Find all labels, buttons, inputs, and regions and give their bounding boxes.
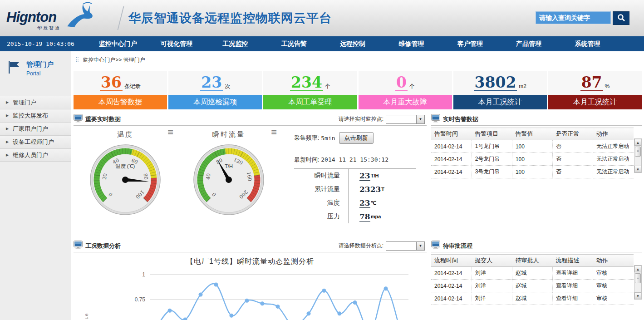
- stat-value-link[interactable]: 87: [580, 75, 603, 91]
- table-row: 2014-02-14刘洋赵城查看详细审核: [431, 267, 634, 280]
- svg-text:20: 20: [102, 173, 108, 180]
- table-cell: 100: [512, 166, 552, 178]
- hamburger-menu-icon[interactable]: ≡: [167, 128, 173, 137]
- sidebar-item[interactable]: ▶管理门户: [0, 96, 71, 109]
- scrollbar[interactable]: ▲≡▼: [634, 138, 642, 173]
- chevron-down-icon[interactable]: ▼: [416, 115, 424, 123]
- table-cell[interactable]: 查看详细: [553, 292, 593, 305]
- top-header: Hignton 华辰智通 华辰智通设备远程监控物联网云平台: [0, 0, 644, 36]
- stat-label-button[interactable]: 本月工况统计: [548, 95, 642, 109]
- column-header: 流程描述: [553, 255, 593, 267]
- arrow-right-icon: ▶: [6, 96, 9, 109]
- column-header: 流程时间: [431, 255, 472, 267]
- refresh-button[interactable]: 点击刷新: [339, 132, 374, 144]
- svg-text:40: 40: [205, 173, 212, 180]
- main-nav: 2015-10-19 10:43:06 监控中心门户可视化管理工况监控工况告警远…: [0, 36, 644, 51]
- stat-unit: m2: [519, 83, 526, 89]
- stat-label-button[interactable]: 本周告警数据: [74, 95, 167, 109]
- nav-item[interactable]: 监控中心门户: [88, 40, 147, 48]
- nav-item[interactable]: 系统管理: [558, 40, 617, 48]
- scrollbar-track[interactable]: ≡: [634, 272, 641, 292]
- nav-item[interactable]: 客户管理: [441, 40, 499, 48]
- nav-item[interactable]: 维修管理: [382, 40, 441, 48]
- nav-item[interactable]: 可视化管理: [147, 40, 206, 48]
- stat-label-button[interactable]: 本月重大故障: [359, 95, 452, 109]
- stat-label-button[interactable]: 本周巡检漏项: [168, 95, 262, 109]
- sidebar-item[interactable]: ▶厂家用户门户: [0, 122, 71, 135]
- chevron-down-icon[interactable]: ▼: [416, 242, 424, 250]
- readout-label: 压力: [294, 210, 349, 223]
- search-button[interactable]: [613, 11, 629, 25]
- svg-text:温度 (℃): 温度 (℃): [116, 163, 135, 169]
- nav-item[interactable]: 工况监控: [206, 40, 265, 48]
- search-input[interactable]: [536, 11, 611, 24]
- stat-value-link[interactable]: 0: [395, 75, 408, 91]
- stat-card: 0个本月重大故障: [359, 71, 452, 109]
- stat-value-link[interactable]: 3802: [474, 75, 517, 91]
- readout-value-link[interactable]: 23: [359, 171, 370, 181]
- stat-label-button[interactable]: 本周工单受理: [263, 95, 357, 109]
- chart-title: 【电厂1号线】瞬时流量动态监测分析: [74, 257, 427, 266]
- table-cell[interactable]: 查看详细: [553, 267, 593, 280]
- scroll-down-button[interactable]: ▼: [634, 166, 641, 172]
- table-cell[interactable]: 查看详细: [553, 280, 593, 292]
- scrollbar-track[interactable]: ≡: [634, 146, 641, 166]
- scroll-up-button[interactable]: ▲: [634, 139, 641, 146]
- readout-value-link[interactable]: 2323: [359, 185, 381, 194]
- table-cell: 3号龙门吊: [472, 166, 512, 178]
- readout-row: 瞬时流量23T/H: [294, 169, 416, 182]
- scrollbar-thumb[interactable]: ≡: [635, 273, 641, 283]
- table-cell: 2号龙门吊: [472, 153, 512, 166]
- table-cell[interactable]: 无法正常启动: [593, 166, 634, 178]
- sidebar-menu: ▶管理门户▶监控大屏发布▶厂家用户门户▶设备工程师门户▶维修人员门户: [0, 96, 71, 162]
- approval-table: 流程时间提交人待审批人流程描述动作2014-02-14刘洋赵城查看详细审核201…: [431, 254, 634, 305]
- nav-item[interactable]: 远程控制: [323, 40, 382, 48]
- hamburger-menu-icon[interactable]: ≡: [271, 128, 277, 137]
- analysis-point-select[interactable]: ▼: [386, 241, 425, 251]
- sidebar-item[interactable]: ▶维修人员门户: [0, 148, 71, 162]
- stat-cards: 36条记录本周告警数据23次本周巡检漏项234个本周工单受理0个本月重大故障38…: [74, 71, 642, 109]
- table-cell[interactable]: 审核: [593, 280, 634, 292]
- stat-card-value-area: 23次: [168, 71, 262, 95]
- sidebar-item[interactable]: ▶设备工程师门户: [0, 135, 71, 148]
- table-cell: 2014-02-14: [431, 280, 472, 292]
- table-cell: 2014-02-14: [431, 153, 472, 166]
- readout-row: 温度23℃: [294, 196, 416, 210]
- table-cell: 2014-02-14: [431, 292, 472, 305]
- breadcrumb-icon: [76, 57, 79, 62]
- flag-icon: [7, 60, 21, 77]
- table-cell: 刘洋: [472, 280, 512, 292]
- search-icon: [617, 14, 625, 23]
- table-cell[interactable]: 无法正常启动: [593, 140, 634, 153]
- monitor-point-select[interactable]: ▼: [386, 115, 425, 124]
- table-cell[interactable]: 审核: [593, 267, 634, 280]
- svg-text:T/H: T/H: [225, 163, 233, 169]
- scroll-up-button[interactable]: ▲: [634, 266, 641, 272]
- table-cell[interactable]: 审核: [593, 292, 634, 305]
- stat-card: 3802m2本月工况统计: [453, 71, 547, 109]
- latest-time-label: 最新时间:: [294, 156, 320, 163]
- nav-item[interactable]: 工况告警: [265, 40, 323, 48]
- alarm-panel: 实时告警数据 告警时间告警项目告警值是否正常动作2014-02-141号龙门吊1…: [431, 113, 642, 178]
- stat-value-link[interactable]: 36: [100, 75, 123, 91]
- readout-value-link[interactable]: 23: [359, 198, 370, 208]
- stat-card-value-area: 234个: [263, 71, 357, 95]
- sidebar-item-label: 厂家用户门户: [13, 125, 48, 132]
- readout-value-link[interactable]: 78: [359, 212, 370, 222]
- stat-value-link[interactable]: 23: [200, 75, 223, 91]
- arrow-right-icon: ▶: [6, 149, 9, 162]
- scrollbar[interactable]: ▲≡▼: [634, 265, 642, 300]
- gauge-title: 温度: [74, 130, 177, 139]
- stat-card-value-area: 36条记录: [74, 71, 167, 95]
- scrollbar-thumb[interactable]: ≡: [635, 147, 641, 157]
- gauge-flow: 瞬时流量 ≡ 04080120160200T/H: [177, 126, 280, 227]
- stat-value-link[interactable]: 234: [290, 75, 323, 91]
- table-cell: 2014-02-14: [431, 166, 472, 178]
- monitor-icon: [74, 241, 83, 251]
- stat-card: 234个本周工单受理: [263, 71, 357, 109]
- stat-label-button[interactable]: 本月工况统计: [453, 95, 547, 109]
- scroll-down-button[interactable]: ▼: [634, 292, 641, 299]
- table-cell[interactable]: 无法正常启动: [593, 153, 634, 166]
- sidebar-item[interactable]: ▶监控大屏发布: [0, 109, 71, 122]
- nav-item[interactable]: 产品管理: [499, 40, 558, 48]
